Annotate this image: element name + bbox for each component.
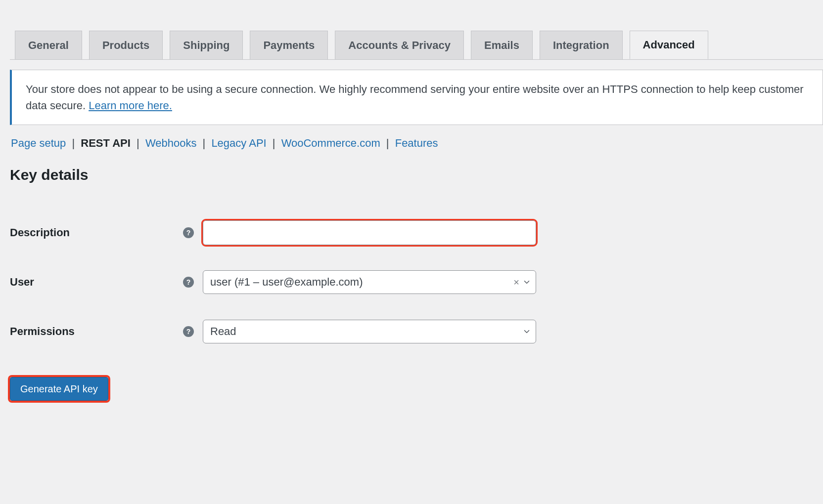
tab-emails[interactable]: Emails [471, 31, 533, 59]
subnav-page-setup[interactable]: Page setup [11, 137, 66, 149]
help-icon[interactable]: ? [183, 277, 194, 288]
permissions-select-value[interactable]: Read [203, 320, 536, 343]
advanced-subnav: Page setup | REST API | Webhooks | Legac… [10, 137, 823, 150]
tab-general[interactable]: General [15, 31, 82, 59]
description-input[interactable] [203, 220, 536, 245]
generate-api-key-button[interactable]: Generate API key [10, 377, 108, 401]
tab-shipping[interactable]: Shipping [170, 31, 243, 59]
separator: | [72, 137, 78, 149]
user-select[interactable]: user (#1 – user@example.com) × [203, 270, 536, 294]
chevron-down-icon[interactable] [522, 327, 531, 336]
separator: | [386, 137, 392, 149]
help-icon[interactable]: ? [183, 326, 194, 337]
separator: | [273, 137, 278, 149]
tab-accounts-privacy[interactable]: Accounts & Privacy [335, 31, 464, 59]
separator: | [203, 137, 209, 149]
user-label: User [10, 276, 34, 288]
user-select-value[interactable]: user (#1 – user@example.com) [203, 270, 536, 294]
tab-integration[interactable]: Integration [540, 31, 623, 59]
help-icon[interactable]: ? [183, 227, 194, 238]
https-notice: Your store does not appear to be using a… [10, 70, 823, 125]
subnav-rest-api[interactable]: REST API [81, 137, 131, 149]
subnav-legacy-api[interactable]: Legacy API [211, 137, 266, 149]
chevron-down-icon[interactable] [522, 278, 531, 287]
permissions-select[interactable]: Read [203, 320, 536, 343]
tab-products[interactable]: Products [89, 31, 163, 59]
separator: | [137, 137, 142, 149]
subnav-woocommerce-com[interactable]: WooCommerce.com [281, 137, 380, 149]
tab-advanced[interactable]: Advanced [630, 31, 708, 59]
notice-learn-more-link[interactable]: Learn more here. [89, 99, 172, 112]
page-title: Key details [10, 167, 823, 183]
subnav-webhooks[interactable]: Webhooks [145, 137, 197, 149]
subnav-features[interactable]: Features [395, 137, 438, 149]
close-icon[interactable]: × [513, 277, 519, 288]
description-label: Description [10, 226, 70, 239]
settings-tabs: General Products Shipping Payments Accou… [10, 0, 823, 60]
tab-payments[interactable]: Payments [250, 31, 328, 59]
permissions-label: Permissions [10, 325, 75, 337]
